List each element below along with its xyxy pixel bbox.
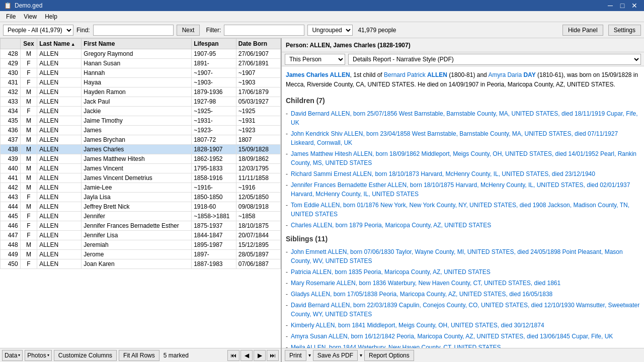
settings-button[interactable]: Settings bbox=[608, 25, 641, 36]
sibling-text[interactable]: Kimberly ALLEN, born 1841 Middleport, Me… bbox=[291, 321, 544, 330]
table-row[interactable]: 438 M ALLEN James Charles 1828-1907 15/0… bbox=[1, 145, 281, 154]
menu-help[interactable]: Help bbox=[41, 12, 61, 21]
sibling-text[interactable]: Gladys ALLEN, born 17/05/1838 Peoria, Ma… bbox=[291, 290, 552, 299]
ungrouped-dropdown[interactable]: Ungrouped bbox=[307, 25, 353, 36]
col-header-born[interactable]: Date Born bbox=[236, 39, 280, 49]
table-row[interactable]: 437 M ALLEN James Brychan 1807-72 1807 bbox=[1, 135, 281, 145]
print-button[interactable]: Print bbox=[285, 350, 306, 361]
first-record-button[interactable]: ⏮ bbox=[227, 350, 239, 361]
table-row[interactable]: 432 M ALLEN Hayden Ramon 1879-1936 17/06… bbox=[1, 87, 281, 97]
row-last-name: ALLEN bbox=[37, 49, 82, 59]
row-sex: F bbox=[20, 259, 37, 269]
report-options-button[interactable]: Report Options bbox=[364, 350, 414, 361]
table-row[interactable]: 428 M ALLEN Gregory Raymond 1907-95 27/0… bbox=[1, 49, 281, 59]
sibling-item: -Gladys ALLEN, born 17/05/1838 Peoria, M… bbox=[286, 290, 640, 299]
save-dropdown-arrow[interactable]: ▾ bbox=[360, 352, 362, 358]
child-text[interactable]: Jennifer Frances Bernadette Esther ALLEN… bbox=[291, 180, 640, 199]
col-header-last[interactable]: Last Name▲ bbox=[37, 39, 82, 49]
table-row[interactable]: 442 M ALLEN Jamie-Lee ~1916- ~1916 bbox=[1, 183, 281, 193]
person-header-text: Person: ALLEN, James Charles (1828-1907) bbox=[286, 42, 411, 49]
child-text[interactable]: Charles ALLEN, born 1879 Peoria, Maricop… bbox=[291, 221, 491, 230]
filter-input[interactable] bbox=[224, 25, 304, 36]
sibling-text[interactable]: John Emmett ALLEN, born 07/06/1830 Taylo… bbox=[291, 247, 640, 265]
table-row[interactable]: 443 F ALLEN Jayla Lisa 1850-1850 12/05/1… bbox=[1, 193, 281, 202]
row-last-name: ALLEN bbox=[37, 135, 82, 145]
menu-view[interactable]: View bbox=[20, 12, 41, 21]
sibling-text[interactable]: Patricia ALLEN, born 1835 Peoria, Marico… bbox=[291, 267, 491, 277]
child-text[interactable]: David Bernard ALLEN, born 25/07/1856 Wes… bbox=[291, 109, 640, 127]
col-header-sex[interactable]: Sex bbox=[20, 39, 37, 49]
photos-dropdown[interactable]: Photos ▾ bbox=[25, 350, 51, 361]
list-dash: - bbox=[286, 321, 288, 330]
child-text[interactable]: Tom Eddie ALLEN, born 01/1876 New York, … bbox=[291, 201, 640, 219]
child-text[interactable]: Richard Sammi Ernest ALLEN, born 18/10/1… bbox=[291, 169, 595, 178]
table-row[interactable]: 440 M ALLEN James Vincent 1795-1833 12/0… bbox=[1, 164, 281, 173]
table-row[interactable]: 447 F ALLEN Jennifer Lisa 1844-1847 20/0… bbox=[1, 231, 281, 240]
table-row[interactable]: 435 M ALLEN Jaime Timothy ~1931- ~1931 bbox=[1, 116, 281, 126]
sibling-text[interactable]: Amyra Susan ALLEN, born 16/12/1842 Peori… bbox=[291, 332, 613, 341]
maximize-button[interactable]: □ bbox=[617, 1, 628, 10]
col-header-life[interactable]: Lifespan bbox=[192, 39, 236, 49]
print-dropdown-arrow[interactable]: ▾ bbox=[308, 352, 311, 358]
table-row[interactable]: 444 M ALLEN Jeffrey Brett Nick 1918-60 0… bbox=[1, 202, 281, 212]
child-text[interactable]: John Kendrick Shiv ALLEN, born 23/04/185… bbox=[291, 129, 640, 147]
row-lifespan: ~1931- bbox=[192, 116, 236, 126]
table-row[interactable]: 431 F ALLEN Hayaa ~1903- ~1903 bbox=[1, 78, 281, 87]
table-row[interactable]: 430 F ALLEN Hannah ~1907- ~1907 bbox=[1, 68, 281, 78]
right-content[interactable]: James Charles ALLEN, 1st child of Bernar… bbox=[282, 66, 644, 348]
table-row[interactable]: 433 M ALLEN Jack Paul 1927-98 05/03/1927 bbox=[1, 97, 281, 107]
table-row[interactable]: 434 F ALLEN Jackie ~1925- ~1925 bbox=[1, 107, 281, 116]
minimize-button[interactable]: ─ bbox=[605, 1, 616, 10]
row-lifespan: 1844-1847 bbox=[192, 231, 236, 240]
row-first-name: Jennifer Frances Bernadette Esther bbox=[82, 221, 192, 231]
table-row[interactable]: 439 M ALLEN James Matthew Hitesh 1862-19… bbox=[1, 154, 281, 164]
find-input[interactable] bbox=[93, 25, 174, 36]
row-first-name: Joan Karen bbox=[82, 259, 192, 269]
data-dropdown[interactable]: Data ▾ bbox=[2, 350, 23, 361]
table-row[interactable]: 436 M ALLEN James ~1923- ~1923 bbox=[1, 126, 281, 135]
table-row[interactable]: 429 F ALLEN Hanan Susan 1891- 27/06/1891 bbox=[1, 59, 281, 68]
hide-panel-button[interactable]: Hide Panel bbox=[562, 25, 603, 36]
menu-file[interactable]: File bbox=[2, 12, 20, 21]
row-last-name: ALLEN bbox=[37, 259, 82, 269]
child-text[interactable]: James Matthew Hitesh ALLEN, born 18/09/1… bbox=[291, 149, 640, 167]
table-row[interactable]: 449 M ALLEN Jerome 1897- 28/05/1897 bbox=[1, 250, 281, 259]
next-button[interactable]: Next bbox=[177, 25, 200, 36]
row-first-name: James Vincent Demetrius bbox=[82, 173, 192, 183]
row-lifespan: 1927-98 bbox=[192, 97, 236, 107]
table-container[interactable]: Sex Last Name▲ First Name Lifespan Date … bbox=[0, 38, 281, 348]
people-dropdown[interactable]: People - All (41,979) bbox=[3, 25, 73, 36]
table-row[interactable]: 450 F ALLEN Joan Karen 1887-1983 07/06/1… bbox=[1, 259, 281, 269]
next-record-button[interactable]: ▶ bbox=[254, 350, 266, 361]
prev-record-button[interactable]: ◀ bbox=[240, 350, 253, 361]
row-sex: M bbox=[20, 164, 37, 173]
titlebar-left: 📋 Demo.ged bbox=[4, 2, 42, 9]
this-person-select[interactable]: This Person bbox=[285, 54, 345, 65]
close-button[interactable]: ✕ bbox=[629, 1, 640, 10]
row-date-born: 20/07/1844 bbox=[236, 231, 280, 240]
row-num: 448 bbox=[1, 240, 21, 250]
row-num: 450 bbox=[1, 259, 21, 269]
sibling-text[interactable]: David Bernard ALLEN, born 22/03/1839 Cap… bbox=[291, 301, 640, 319]
row-sex: M bbox=[20, 126, 37, 135]
row-sex: F bbox=[20, 231, 37, 240]
siblings-title: Siblings (11) bbox=[286, 234, 640, 244]
save-as-button[interactable]: Save As PDF bbox=[313, 350, 358, 361]
table-row[interactable]: 448 M ALLEN Jeremiah 1895-1987 15/12/189… bbox=[1, 240, 281, 250]
person-intro: James Charles ALLEN, 1st child of Bernar… bbox=[286, 70, 640, 89]
row-lifespan: ~1907- bbox=[192, 68, 236, 78]
sibling-text[interactable]: Meila ALLEN, born 1844 Waterbury, New Ha… bbox=[291, 343, 501, 348]
last-record-button[interactable]: ⏭ bbox=[267, 350, 279, 361]
col-header-num[interactable] bbox=[1, 39, 21, 49]
table-row[interactable]: 441 M ALLEN James Vincent Demetrius 1858… bbox=[1, 173, 281, 183]
table-row[interactable]: 445 F ALLEN Jennifer ~1858->1881 ~1858 bbox=[1, 212, 281, 221]
row-date-born: 12/05/1850 bbox=[236, 193, 280, 202]
sibling-text[interactable]: Mary Rosemarie ALLEN, born 1836 Waterbur… bbox=[291, 279, 560, 288]
report-type-select[interactable]: Details Report - Narrative Style (PDF) bbox=[348, 54, 641, 65]
row-last-name: ALLEN bbox=[37, 173, 82, 183]
customize-columns-button[interactable]: Customize Columns bbox=[54, 350, 117, 361]
row-first-name: Hayden Ramon bbox=[82, 87, 192, 97]
table-row[interactable]: 446 F ALLEN Jennifer Frances Bernadette … bbox=[1, 221, 281, 231]
fit-all-rows-button[interactable]: Fit All Rows bbox=[119, 350, 159, 361]
col-header-first[interactable]: First Name bbox=[82, 39, 192, 49]
